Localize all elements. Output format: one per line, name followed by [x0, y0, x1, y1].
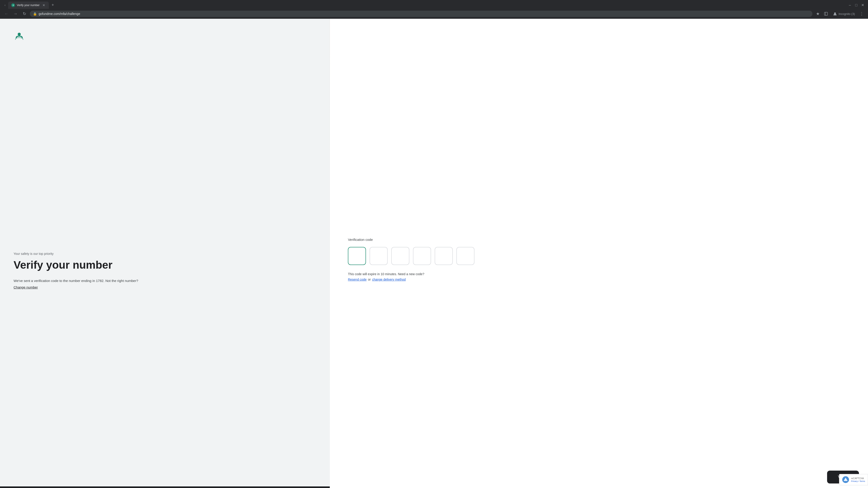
minimize-button[interactable]: – [847, 2, 852, 8]
recaptcha-badge: reCAPTCHA Privacy • Terms [839, 474, 868, 485]
code-input-5[interactable] [435, 247, 453, 265]
new-tab-button[interactable]: + [50, 1, 56, 9]
recaptcha-separator: • [858, 480, 859, 482]
incognito-button[interactable]: Incognito (3) [831, 11, 857, 17]
change-delivery-link[interactable]: change delivery method [372, 278, 406, 281]
recaptcha-label: reCAPTCHA [851, 477, 865, 480]
bookmark-button[interactable]: ★ [814, 10, 822, 18]
description-text: We've sent a verification code to the nu… [13, 278, 316, 284]
svg-point-5 [18, 33, 21, 36]
url-text: gofundme.com/mfa/challenge [39, 12, 809, 15]
address-bar[interactable]: 🔒 gofundme.com/mfa/challenge [30, 11, 812, 17]
back-button[interactable]: ← [3, 10, 10, 18]
tab-title: Verify your number [17, 4, 40, 7]
incognito-label: Incognito (3) [839, 12, 855, 15]
bottom-bar: Verify [330, 466, 868, 486]
close-window-button[interactable]: ✕ [860, 2, 865, 8]
logo [13, 32, 316, 41]
code-input-1[interactable] [348, 247, 366, 265]
resend-code-link[interactable]: Resend code [348, 278, 367, 281]
safety-label: Your safety is our top priority [13, 252, 316, 256]
privacy-link[interactable]: Privacy [851, 480, 858, 482]
tab-favicon: ⚘ [11, 3, 15, 7]
maximize-button[interactable]: □ [854, 2, 859, 8]
menu-button[interactable]: ⋮ [858, 10, 865, 18]
left-panel: Your safety is our top priority Verify y… [0, 19, 330, 486]
forward-button[interactable]: → [12, 10, 19, 18]
terms-link[interactable]: Terms [860, 480, 865, 482]
code-actions: Resend code or change delivery method [348, 278, 850, 281]
tab-group-arrow[interactable]: ‹ [3, 2, 7, 8]
code-input-3[interactable] [391, 247, 409, 265]
recaptcha-text: reCAPTCHA Privacy • Terms [851, 477, 865, 482]
page-title: Verify your number [13, 259, 316, 271]
or-separator: or [368, 278, 371, 281]
code-input-6[interactable] [456, 247, 474, 265]
recaptcha-links: Privacy • Terms [851, 480, 865, 482]
code-input-2[interactable] [370, 247, 388, 265]
change-number-link[interactable]: Change number [13, 285, 316, 289]
code-inputs-container [348, 247, 850, 265]
svg-text:⚘: ⚘ [12, 4, 14, 6]
svg-rect-2 [825, 12, 828, 15]
sidebar-button[interactable] [822, 10, 830, 18]
right-panel: Verification code This code will expire … [330, 19, 868, 486]
verification-code-label: Verification code [348, 238, 850, 241]
code-input-4[interactable] [413, 247, 431, 265]
tab-close-button[interactable]: ✕ [42, 3, 46, 7]
reload-button[interactable]: ↻ [21, 10, 28, 18]
expiry-text: This code will expire in 10 minutes. Nee… [348, 272, 850, 276]
active-tab[interactable]: ⚘ Verify your number ✕ [8, 2, 49, 9]
security-icon: 🔒 [33, 12, 37, 15]
